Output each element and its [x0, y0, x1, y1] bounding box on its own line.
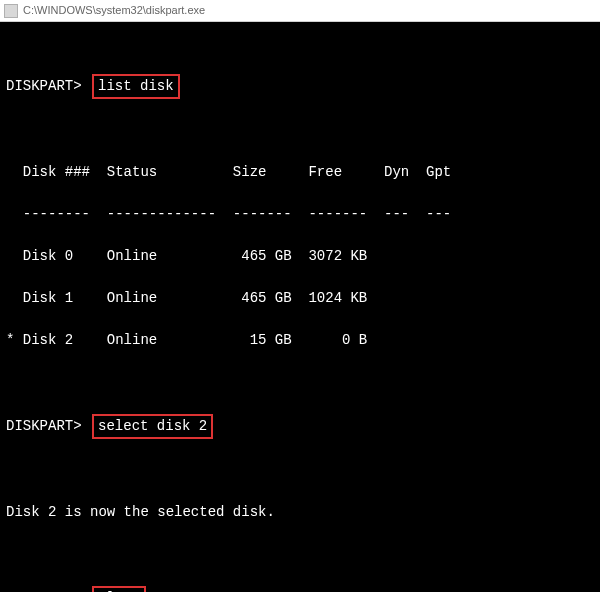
command-list-disk: list disk [92, 74, 180, 99]
app-icon [4, 4, 18, 18]
table-row: Disk 0 Online 465 GB 3072 KB [6, 246, 594, 267]
table-header: Disk ### Status Size Free Dyn Gpt [6, 162, 594, 183]
command-text: list disk [98, 78, 174, 94]
prompt: DISKPART> [6, 78, 82, 94]
window-title: C:\WINDOWS\system32\diskpart.exe [23, 2, 205, 19]
window-titlebar: C:\WINDOWS\system32\diskpart.exe [0, 0, 600, 22]
command-select-disk: select disk 2 [92, 414, 213, 439]
terminal-output[interactable]: DISKPART> list disk Disk ### Status Size… [0, 22, 600, 592]
command-clean: clean [92, 586, 146, 592]
table-separator: -------- ------------- ------- ------- -… [6, 204, 594, 225]
command-text: select disk 2 [98, 418, 207, 434]
table-row: Disk 1 Online 465 GB 1024 KB [6, 288, 594, 309]
table-row: * Disk 2 Online 15 GB 0 B [6, 330, 594, 351]
prompt: DISKPART> [6, 418, 82, 434]
output-message: Disk 2 is now the selected disk. [6, 502, 594, 523]
